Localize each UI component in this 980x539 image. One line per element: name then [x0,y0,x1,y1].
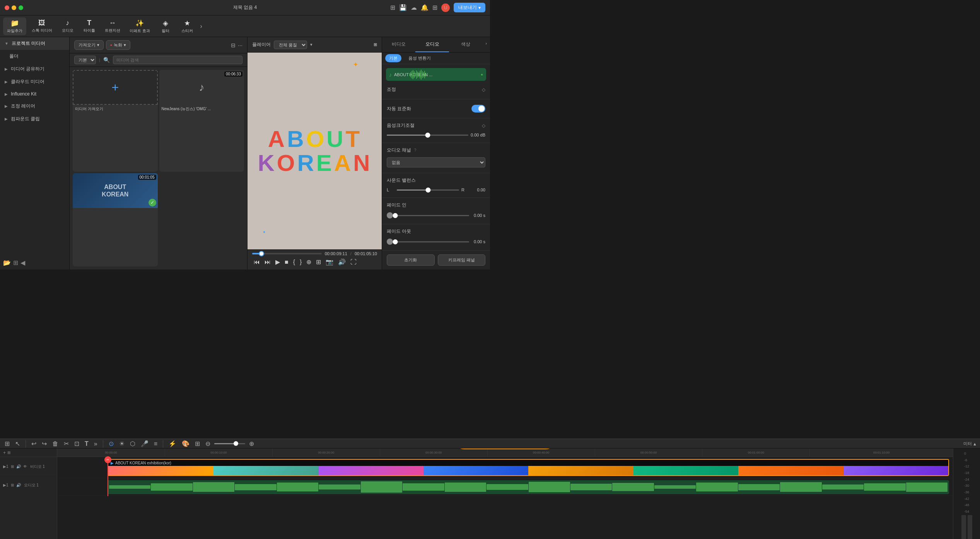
titlebar: 제목 없음 4 ⊞ 💾 ☁ 🔔 ⊞ U 내보내기 ▾ [0,0,490,15]
fade-out-handle[interactable] [393,239,398,244]
filter-icon[interactable]: ⊟ [231,42,236,48]
close-button[interactable] [5,5,9,10]
layout-icon[interactable]: ⊞ [432,4,437,11]
fade-out-slider[interactable] [395,241,469,242]
overwrite-button[interactable]: ⊞ [314,258,323,266]
sidebar-grid-btn[interactable]: ⊞ [13,259,18,266]
newjeans-media-card[interactable]: ♪ 00:06:33 NewJeans (뉴진스) 'OMG' ... [159,70,244,172]
tab-video[interactable]: 비디오 [382,37,415,52]
progress-bar[interactable] [252,253,322,254]
quality-select[interactable]: 전체 품질 [274,41,307,49]
waveform-bar [414,71,415,78]
skip-back-button[interactable]: ⏮ [252,258,261,266]
toolbar-item-audio[interactable]: ♪ 오디오 [58,17,78,35]
keyframe-button[interactable]: 키프레임 패널 [438,254,486,266]
sidebar-item-compound-clip[interactable]: ▶ 컴파운드 클립 [0,113,69,125]
record-button[interactable]: ● 녹화 ▾ [106,40,130,50]
sidebar-item-influence-kit[interactable]: ▶ Influence Kit [0,88,69,100]
toolbar-item-transition[interactable]: ↔ 트랜지션 [101,17,124,35]
insert-button[interactable]: ⊕ [305,258,313,266]
step-back-button[interactable]: ⏭ [263,258,272,266]
export-button[interactable]: 내보내기 ▾ [454,3,485,12]
fade-in-section: 페이드 인 0.00 s [382,198,490,224]
fade-in-slider-row: 0.00 s [387,211,485,220]
fullscreen-icon[interactable]: ⊞ [390,4,395,11]
auto-normalize-toggle[interactable] [471,105,485,113]
stop-button[interactable]: ■ [283,258,290,266]
toolbar-item-titles[interactable]: T 타이틀 [79,17,99,35]
sidebar-item-media-share[interactable]: ▶ 미디어 공유하기 [0,63,69,75]
sidebar-folder-btn[interactable]: 📂 [3,259,11,266]
toolbar-label-stock-media: 스톡 미디어 [32,28,52,33]
preview-expand-icon[interactable]: ⊞ [374,42,377,47]
notification-icon[interactable]: 🔔 [421,4,429,11]
audio-channel-select[interactable]: 없음 [387,157,485,167]
toolbar-item-file-add[interactable]: 📁 파일추가 [3,17,26,35]
balance-slider[interactable] [397,189,459,191]
sound-balance-label: 사운드 밸런스 [387,177,416,184]
view-select[interactable]: 기본 [74,56,96,64]
toolbar-item-stock-media[interactable]: 🖼 스톡 미디어 [28,17,56,35]
auto-normalize-row: 자동 표준화 [387,103,485,114]
import-button[interactable]: 가져오기 ▾ [74,40,104,50]
fade-in-slider[interactable] [395,215,469,216]
arrow-icon-cloud: ▶ [5,80,8,84]
audio-toggle-button[interactable]: 🔊 [336,258,347,266]
tab-color[interactable]: 색상 [449,37,482,52]
sidebar-item-cloud-media[interactable]: ▶ 클라우드 미디어 [0,75,69,88]
video-clip-card[interactable]: ABOUTKOREAN 00:01:05 ✓ [73,173,158,266]
mark-out-button[interactable]: } [298,258,303,266]
fade-out-value: 0.00 s [471,239,485,244]
toolbar-label-effects: 이페트 효과 [130,28,150,34]
toolbar-label-titles: 타이틀 [84,28,95,33]
balance-handle[interactable] [425,188,430,193]
maximize-button[interactable] [19,5,23,10]
waveform-bar [420,71,420,78]
time-separator: / [350,251,352,256]
toolbar-label-file-add: 파일추가 [7,28,22,34]
sidebar-item-project-media[interactable]: ▼ 프로젝트 미디어 [0,37,69,50]
stock-media-icon: 🖼 [38,19,45,27]
auto-normalize-section: 자동 표준화 [382,99,490,118]
progress-handle[interactable] [259,251,264,256]
cloud-icon[interactable]: ☁ [411,4,417,11]
fade-in-handle[interactable] [393,213,398,218]
volume-slider[interactable] [387,135,468,136]
minimize-button[interactable] [12,5,16,10]
sound-balance-section: 사운드 밸런스 L R 0.00 [382,173,490,198]
tab-more-arrow[interactable]: › [482,37,490,52]
import-media-card[interactable]: + 미디어 가져오기 [73,70,158,172]
filter-icon: ◈ [163,19,168,27]
toolbar-item-filter[interactable]: ◈ 필터 [155,17,176,35]
save-icon[interactable]: 💾 [399,4,407,11]
adjust-diamond: ◇ [482,87,485,92]
toolbar-item-sticker[interactable]: ★ 스티커 [177,17,197,35]
play-button[interactable]: ▶ [274,258,282,266]
file-add-icon: 📁 [10,19,19,27]
volume-handle[interactable] [425,133,430,138]
more-icon[interactable]: ··· [238,42,242,48]
waveform-bar [409,73,410,76]
waveform-bar [416,70,417,79]
sub-tab-voice[interactable]: 음성 변환기 [405,54,435,62]
sidebar-item-adjust-layer[interactable]: ▶ 조정 레이어 [0,100,69,113]
search-input[interactable] [113,56,242,64]
balance-fill [397,189,428,191]
import-chevron: ▾ [97,43,99,48]
sub-tab-basic[interactable]: 기본 [385,54,401,62]
mark-in-button[interactable]: { [292,258,297,266]
sidebar-item-folder[interactable]: 폴더 [0,50,69,63]
snapshot-button[interactable]: 📷 [324,258,335,266]
reset-button[interactable]: 초기화 [387,254,435,266]
fade-in-header: 페이드 인 [387,202,485,208]
preview-video: A B O U T K O R E A N ✦ ● [248,53,382,249]
avatar-icon[interactable]: U [441,3,450,12]
sidebar-collapse-btn[interactable]: ◀ [20,259,25,266]
right-tabs: 비디오 오디오 색상 › [382,37,490,53]
tab-audio[interactable]: 오디오 [415,37,449,52]
toolbar-item-effects[interactable]: ✨ 이페트 효과 [126,17,154,35]
import-media-label: 미디어 가져오기 [73,105,158,113]
toolbar-more-chevron[interactable]: › [200,23,202,30]
volume-unit: dB [480,133,485,137]
fullscreen-button[interactable]: ⛶ [349,258,358,266]
